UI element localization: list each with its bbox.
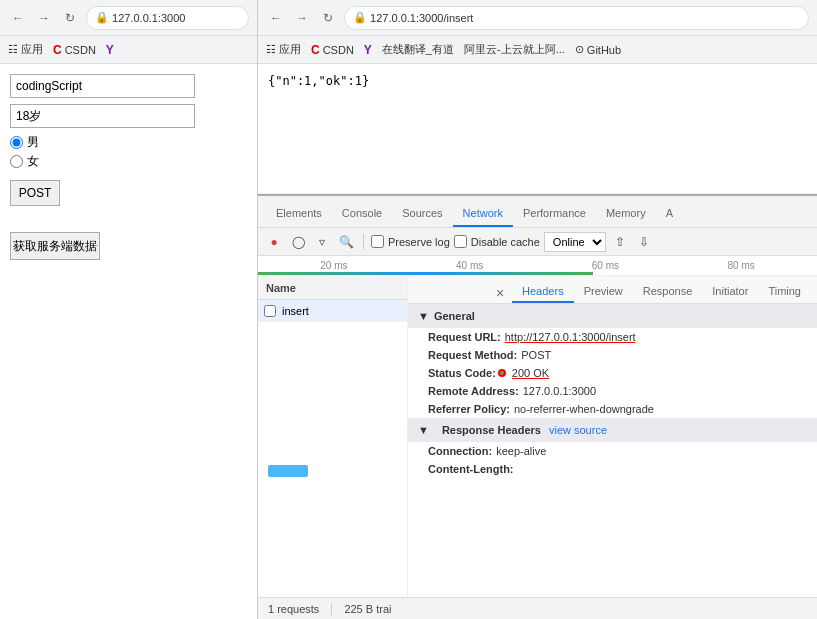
search-button[interactable]: 🔍	[336, 232, 356, 252]
request-checkbox[interactable]	[264, 305, 276, 317]
tab-timing[interactable]: Timing	[758, 281, 811, 303]
toolbar-divider-1	[363, 234, 364, 250]
record-button[interactable]: ●	[264, 232, 284, 252]
request-row-insert[interactable]: insert	[258, 300, 407, 322]
right-bookmark-csdn[interactable]: C CSDN	[311, 43, 354, 57]
general-section-header[interactable]: ▼ General	[408, 304, 817, 328]
tab-sources[interactable]: Sources	[392, 201, 452, 227]
tab-headers[interactable]: Headers	[512, 281, 574, 303]
post-button[interactable]: POST	[10, 180, 60, 206]
left-bookmark-csdn[interactable]: C CSDN	[53, 43, 96, 57]
right-bookmark-github[interactable]: ⊙ GitHub	[575, 43, 621, 56]
preserve-log-checkbox-label[interactable]: Preserve log	[371, 235, 450, 248]
lock-icon: 🔒	[95, 11, 109, 24]
timeline-80ms: 80 ms	[728, 260, 755, 271]
response-headers-title: Response Headers	[442, 424, 541, 436]
left-address-bar[interactable]: 🔒 127.0.0.1:3000	[86, 6, 249, 30]
radio-female-label[interactable]: 女	[10, 153, 247, 170]
json-response: {"n":1,"ok":1}	[268, 74, 369, 88]
status-code-key: Status Code:	[428, 367, 496, 379]
filter-button[interactable]: ▿	[312, 232, 332, 252]
left-bookmark-y[interactable]: Y	[106, 43, 114, 57]
right-reload-button[interactable]: ↻	[318, 8, 338, 28]
left-bookmarks-bar: ☷ 应用 C CSDN Y	[0, 36, 257, 64]
radio-male-label[interactable]: 男	[10, 134, 247, 151]
network-toolbar: ● ◯ ▿ 🔍 Preserve log Disable cache Onlin…	[258, 228, 817, 256]
age-input[interactable]	[10, 104, 195, 128]
forward-button[interactable]: →	[34, 8, 54, 28]
radio-female[interactable]	[10, 155, 23, 168]
status-code-row: Status Code: 200 OK	[408, 364, 817, 382]
requests-list-header: Name	[258, 276, 407, 300]
referrer-policy-key: Referrer Policy:	[428, 403, 510, 415]
radio-male[interactable]	[10, 136, 23, 149]
connection-value: keep-alive	[496, 445, 546, 457]
right-bookmarks-bar: ☷ 应用 C CSDN Y 在线翻译_有道 阿里云-上云就上阿... ⊙ Git…	[258, 36, 817, 64]
devtools-bottom-bar: 1 requests 225 B trai	[258, 597, 817, 619]
disable-cache-label: Disable cache	[471, 236, 540, 248]
right-bookmark-apps[interactable]: ☷ 应用	[266, 42, 301, 57]
tab-performance[interactable]: Performance	[513, 201, 596, 227]
upload-icon[interactable]: ⇧	[610, 232, 630, 252]
right-y-icon: Y	[364, 43, 372, 57]
referrer-policy-row: Referrer Policy: no-referrer-when-downgr…	[408, 400, 817, 418]
response-headers-section: ▼ Response Headers view source Connectio…	[408, 418, 817, 478]
tab-preview[interactable]: Preview	[574, 281, 633, 303]
download-icon[interactable]: ⇩	[634, 232, 654, 252]
disable-cache-checkbox-label[interactable]: Disable cache	[454, 235, 540, 248]
detail-tab-bar: × Headers Preview Response Initiator Tim…	[408, 276, 817, 304]
reload-button[interactable]: ↻	[60, 8, 80, 28]
name-header: Name	[266, 282, 296, 294]
remote-address-value: 127.0.0.1:3000	[523, 385, 596, 397]
coding-script-input[interactable]	[10, 74, 195, 98]
general-section: ▼ General Request URL: http://127.0.0.1:…	[408, 304, 817, 418]
general-title: General	[434, 310, 475, 322]
tab-console[interactable]: Console	[332, 201, 392, 227]
left-bookmark-apps[interactable]: ☷ 应用	[8, 42, 43, 57]
content-length-row: Content-Length:	[408, 460, 817, 478]
requests-list-empty	[258, 322, 407, 460]
github-icon: ⊙	[575, 43, 584, 56]
timeline-20ms: 20 ms	[320, 260, 347, 271]
request-method-value: POST	[521, 349, 551, 361]
back-button[interactable]: ←	[8, 8, 28, 28]
response-headers-header[interactable]: ▼ Response Headers view source	[408, 418, 817, 442]
request-url-row: Request URL: http://127.0.0.1:3000/inser…	[408, 328, 817, 346]
right-forward-button[interactable]: →	[292, 8, 312, 28]
preserve-log-checkbox[interactable]	[371, 235, 384, 248]
right-bookmark-aliyun[interactable]: 阿里云-上云就上阿...	[464, 42, 565, 57]
radio-female-text: 女	[27, 153, 39, 170]
right-csdn-icon: C	[311, 43, 320, 57]
close-detail-button[interactable]: ×	[492, 287, 508, 303]
left-url: 127.0.0.1:3000	[112, 12, 185, 24]
connection-row: Connection: keep-alive	[408, 442, 817, 460]
tab-initiator[interactable]: Initiator	[702, 281, 758, 303]
fetch-data-button[interactable]: 获取服务端数据	[10, 232, 100, 260]
right-bookmark-youdao[interactable]: 在线翻译_有道	[382, 42, 454, 57]
devtools-panel: Elements Console Sources Network Perform…	[258, 194, 817, 619]
clear-button[interactable]: ◯	[288, 232, 308, 252]
disable-cache-checkbox[interactable]	[454, 235, 467, 248]
network-content: Name insert × Headers Preview	[258, 276, 817, 597]
request-method-row: Request Method: POST	[408, 346, 817, 364]
tab-network[interactable]: Network	[453, 201, 513, 227]
right-nav-bar: ← → ↻ 🔒 127.0.0.1:3000/insert	[258, 0, 817, 36]
timeline-40ms: 40 ms	[456, 260, 483, 271]
right-address-bar[interactable]: 🔒 127.0.0.1:3000/insert	[344, 6, 809, 30]
tab-response[interactable]: Response	[633, 281, 703, 303]
network-throttle-select[interactable]: Online	[544, 232, 606, 252]
content-length-key: Content-Length:	[428, 463, 514, 475]
tab-more[interactable]: A	[656, 201, 683, 227]
detail-panel: × Headers Preview Response Initiator Tim…	[408, 276, 817, 597]
right-apps-icon: ☷	[266, 43, 276, 56]
right-bookmark-y[interactable]: Y	[364, 43, 372, 57]
tab-elements[interactable]: Elements	[266, 201, 332, 227]
requests-list: Name insert	[258, 276, 408, 597]
apps-icon: ☷	[8, 43, 18, 56]
transfer-size: 225 B trai	[344, 603, 403, 615]
tab-memory[interactable]: Memory	[596, 201, 656, 227]
page-response-content: {"n":1,"ok":1}	[258, 64, 817, 194]
right-back-button[interactable]: ←	[266, 8, 286, 28]
view-source-link[interactable]: view source	[549, 424, 607, 436]
request-url-value[interactable]: http://127.0.0.1:3000/insert	[505, 331, 636, 343]
